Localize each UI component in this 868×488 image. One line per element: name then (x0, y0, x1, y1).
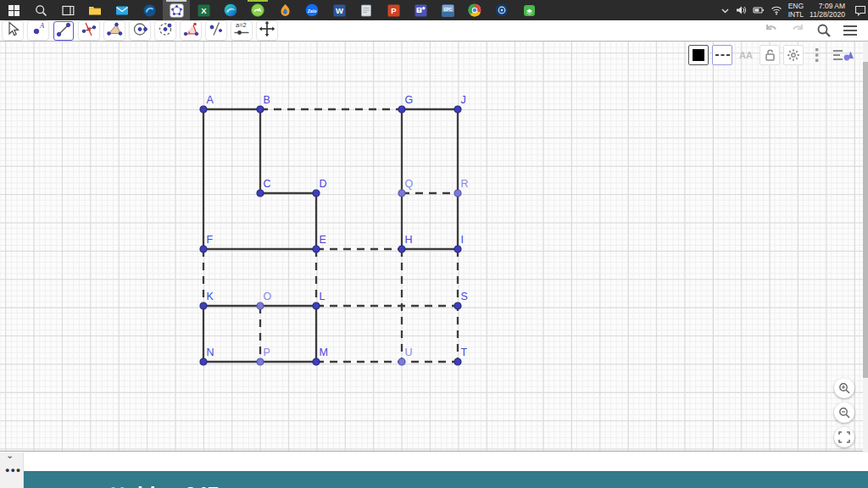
taskbar-word-icon[interactable]: W (326, 0, 353, 20)
graphics-view-menu-icon[interactable] (831, 45, 856, 65)
volume-icon[interactable] (736, 5, 747, 15)
taskbar-file-explorer-icon[interactable] (81, 0, 108, 20)
taskbar-excel-icon[interactable]: X (190, 0, 217, 20)
taskbar-blue-circle-app-icon[interactable] (136, 0, 163, 20)
segment-tool-button[interactable] (53, 21, 74, 41)
zoom-in-button[interactable] (834, 378, 854, 398)
taskbar-notes-app-icon[interactable] (353, 0, 380, 20)
lock-button[interactable] (760, 45, 780, 65)
taskbar-geogebra-icon[interactable] (163, 0, 190, 20)
point-label-D: D (320, 178, 327, 190)
move-tool-button[interactable] (3, 21, 23, 40)
taskbar-start-icon[interactable] (0, 0, 27, 20)
point-K[interactable] (200, 302, 207, 309)
wifi-icon[interactable] (771, 6, 782, 15)
tool-row: Aa=2 (3, 21, 277, 41)
point-label-P: P (264, 347, 270, 358)
svg-text:P: P (391, 6, 397, 15)
point-D[interactable] (313, 190, 320, 197)
settings-gear-icon[interactable] (783, 45, 804, 65)
polygon-tool-button[interactable] (104, 21, 125, 40)
point-G[interactable] (398, 106, 405, 113)
move-view-tool-button[interactable] (257, 21, 277, 40)
taskbar-coccoc-icon[interactable] (488, 0, 515, 20)
tray-date: 11/28/2020 (810, 10, 845, 19)
taskbar-search-icon[interactable] (27, 0, 54, 20)
vertical-scrollbar (863, 42, 868, 452)
language-line2: INTL (788, 10, 804, 19)
tray-chevron-icon[interactable] (721, 6, 730, 15)
point-J[interactable] (454, 106, 461, 113)
logo-rest: oidap 247 (125, 483, 219, 488)
move-tool-icon (4, 20, 21, 41)
rail-more-icon[interactable]: ●●● (5, 466, 21, 474)
taskbar-epc-app-icon[interactable]: EPC (434, 0, 461, 20)
point-I[interactable] (454, 246, 461, 252)
point-O[interactable] (257, 302, 264, 309)
menu-icon[interactable] (843, 25, 858, 36)
undo-icon[interactable] (764, 24, 779, 37)
point-U[interactable] (398, 358, 405, 365)
point-P[interactable] (257, 358, 264, 365)
point-B[interactable] (257, 106, 264, 113)
clock[interactable]: 7:09 AM 11/28/2020 (810, 2, 845, 19)
scrollbar-thumb[interactable] (863, 62, 868, 378)
circle-dashed-tool-icon (157, 20, 174, 41)
point-tool-button[interactable]: A (28, 21, 48, 40)
color-swatch-button[interactable] (688, 45, 709, 65)
point-M[interactable] (313, 358, 320, 365)
point-label-R: R (461, 178, 469, 190)
point-label-S: S (461, 291, 468, 302)
lines-tool-icon (81, 20, 97, 41)
slider-tool-button[interactable]: a=2 (231, 21, 252, 40)
circle-center-tool-button[interactable] (130, 21, 150, 40)
zoom-out-button[interactable] (834, 402, 854, 423)
taskbar-bluestacks-icon[interactable] (515, 0, 542, 20)
lines-tool-button[interactable] (79, 21, 99, 40)
reflect-tool-button[interactable] (206, 21, 226, 40)
geometry-drawing[interactable]: ABGJCDQRFEHIKOLSNPMUT (0, 42, 863, 452)
search-icon[interactable] (816, 23, 832, 38)
action-center-icon[interactable] (854, 5, 866, 16)
point-S[interactable] (454, 302, 461, 309)
more-options-icon[interactable] (807, 45, 827, 65)
style-bar: AA (688, 45, 856, 65)
taskbar-powerpoint-icon[interactable]: P (380, 0, 407, 20)
line-style-button[interactable] (712, 45, 732, 65)
taskbar-zalo-icon[interactable]: Zalo (298, 0, 326, 20)
taskbar-edge-icon[interactable] (217, 0, 244, 20)
windows-taskbar: XZaloWPTEPC ENG INTL 7:09 AM 11/28/2020 (0, 0, 868, 20)
slider-tool-icon: a=2 (232, 20, 251, 41)
battery-icon[interactable] (753, 6, 765, 15)
taskbar-teams-icon[interactable]: T (407, 0, 434, 20)
point-R[interactable] (454, 190, 461, 197)
circle-dashed-tool-button[interactable] (155, 21, 175, 40)
point-F[interactable] (200, 246, 207, 252)
angle-tool-button[interactable] (181, 21, 201, 40)
language-line1: ENG (788, 2, 804, 10)
point-C[interactable] (257, 190, 264, 197)
redo-icon[interactable] (790, 24, 805, 37)
point-L[interactable] (313, 302, 320, 309)
taskbar-mail-icon[interactable] (108, 0, 136, 20)
graphics-view[interactable]: ABGJCDQRFEHIKOLSNPMUT AA (0, 41, 868, 452)
taskbar-green-gauge-app-icon[interactable] (244, 0, 271, 20)
point-Q[interactable] (398, 190, 405, 197)
taskbar-flame-app-icon[interactable] (271, 0, 298, 20)
text-style-button[interactable]: AA (736, 45, 756, 65)
taskbar-task-view-icon[interactable] (54, 0, 81, 20)
point-T[interactable] (454, 358, 461, 365)
fullscreen-button[interactable] (834, 427, 854, 447)
collapse-chevron-icon[interactable]: ⌄ (6, 450, 14, 461)
side-rail: ⌄ ●●● (0, 452, 24, 488)
point-H[interactable] (398, 246, 405, 252)
point-N[interactable] (200, 358, 207, 365)
webpage-logo-text: Hoidap 247 (110, 483, 219, 488)
point-A[interactable] (200, 106, 207, 113)
taskbar-chrome-icon[interactable] (461, 0, 488, 20)
segment-tool-icon (55, 21, 72, 42)
running-indicator (166, 0, 186, 2)
point-E[interactable] (313, 246, 320, 252)
point-label-A: A (207, 94, 214, 106)
language-indicator[interactable]: ENG INTL (788, 2, 804, 19)
